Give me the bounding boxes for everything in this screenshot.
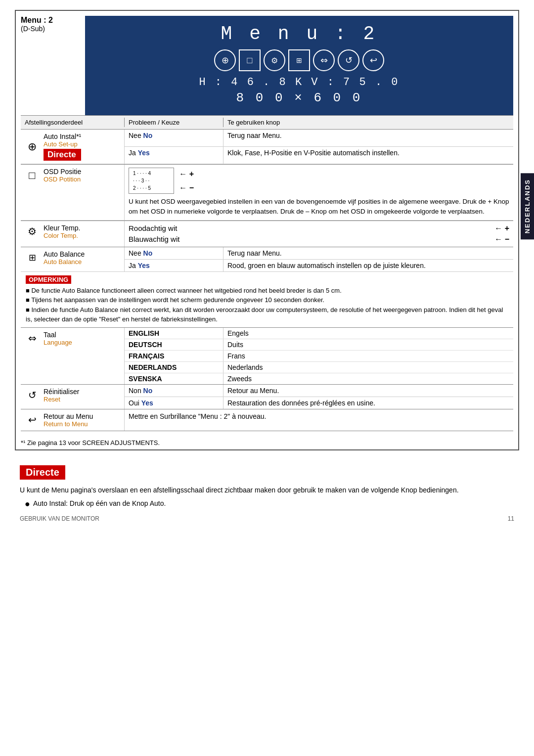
kleur-label: Kleur Temp. [44, 224, 80, 232]
blauwachtig-arrows: ← − [494, 235, 509, 244]
auto-instal-feature: ⊕ Auto Instal*¹ Auto Set-up Directe [21, 130, 125, 164]
osd-sym-icon: □ [25, 169, 40, 182]
directe-badge-1: Directe [44, 149, 81, 161]
footer-left: GEBRUIK VAN DE MONITOR [20, 515, 99, 522]
osd-positie-row: □ OSD Positie OSD Potition 1 · · · · 4 [21, 165, 513, 221]
return-sub: Return to Menu [44, 420, 93, 428]
language-row: ⇔ Taal Language ENGLISH Engels [21, 328, 513, 385]
balance-nee-desc: Terug naar Menu. [223, 247, 513, 259]
retour-label: Retour au Menu [44, 412, 93, 420]
lang-francais: FRANÇAIS [125, 351, 223, 361]
language-sub: Language [44, 339, 72, 346]
directe-paragraph: U kunt de Menu pagina's overslaan en een… [20, 485, 514, 495]
auto-instal-ja-desc: Klok, Fase, H-Positie en V-Positie autom… [223, 147, 513, 164]
icons-row: ⊕ □ ⚙ ⊞ ⇔ ↺ ↩ [95, 49, 503, 71]
lang-duits: Duits [223, 339, 513, 350]
reset-row-group: ↺ Réinitialiser Reset Non No R [21, 385, 513, 409]
language-sym-icon: ⇔ [25, 332, 40, 344]
menu-number-label: Menu : 2 [21, 16, 80, 25]
return-sym-icon: ↩ [25, 414, 40, 426]
reset-oui-desc: Restauration des données pré-réglées en … [223, 397, 513, 409]
return-row-group: ↩ Retour au Menu Return to Menu Mettre e… [21, 409, 513, 431]
lang-svenska: SVENSKA [125, 373, 223, 384]
kleur-icon: ⚙ [25, 225, 40, 237]
reset-oui: Oui Yes [125, 397, 223, 409]
blauwachtig: Blauwachtig wit [129, 235, 179, 243]
lang-zweeds: Zweeds [223, 373, 513, 384]
col-header-2: Probleem / Keuze [125, 118, 223, 127]
balance-ja: Ja Yes [125, 260, 223, 271]
auto-instal-choices: Nee No Terug naar Menu. Ja Yes Klok, Fas… [125, 130, 513, 164]
reinitialiser-label: Réinitialiser [44, 388, 79, 396]
roodachtig-arrows: ← + [494, 224, 509, 233]
reset-feature: ↺ Réinitialiser Reset [21, 385, 125, 409]
osd-label: OSD Positie [44, 168, 81, 176]
taal-label: Taal [44, 331, 72, 339]
directe-badge-bottom: Directe [20, 465, 65, 480]
roodachtig: Roodachtig wit [129, 224, 177, 232]
main-content-box: Menu : 2 (D-Sub) M e n u : 2 ⊕ □ ⚙ ⊞ ⇔ ↺… [15, 10, 519, 450]
directe-bullet-text: Auto Instal: Druk op één van de Knop Aut… [33, 499, 166, 507]
dsub-label: (D-Sub) [21, 25, 80, 33]
page-footer: GEBRUIK VAN DE MONITOR 11 [15, 513, 519, 522]
lang-nederlands: NEDERLANDS [125, 362, 223, 373]
col-headers: Afstellingsonderdeel Probleem / Keuze Te… [21, 115, 513, 130]
kleur-feature: ⚙ Kleur Temp. Color Temp. [21, 221, 125, 247]
directe-section: Directe U kunt de Menu pagina's overslaa… [15, 460, 519, 513]
reset-non-desc: Retour au Menu. [223, 385, 513, 397]
directe-bullet: ● Auto Instal: Druk op één van de Knop A… [25, 499, 514, 508]
lang-frans: Frans [223, 351, 513, 361]
return-icon: ↩ [362, 49, 384, 71]
opmerking-title: OPMERKING [26, 275, 71, 284]
col-header-3: Te gebruiken knop [223, 118, 513, 127]
header-area: Menu : 2 (D-Sub) M e n u : 2 ⊕ □ ⚙ ⊞ ⇔ ↺… [16, 11, 518, 115]
side-tab: NEDERLANDS [521, 173, 534, 239]
res-line: 8 0 0 × 6 0 0 [95, 90, 503, 105]
reset-icon: ↺ [338, 49, 359, 71]
lang-engels: Engels [223, 328, 513, 339]
osd-description: 1 · · · · 4 · · · 3 · · 2 · · · · 5 ← + [125, 165, 513, 220]
auto-instal-row: ⊕ Auto Instal*¹ Auto Set-up Directe Nee … [21, 130, 513, 165]
footnote: *¹ Zie pagina 13 voor SCREEN ADJUSTMENTS… [16, 436, 518, 449]
lang-nl: Nederlands [223, 362, 513, 373]
blue-header-box: M e n u : 2 ⊕ □ ⚙ ⊞ ⇔ ↺ ↩ H : 4 6 . 8 K … [85, 16, 513, 115]
reset-sub: Reset [44, 396, 79, 403]
kleur-sub: Color Temp. [44, 232, 80, 239]
auto-instal-ja: Ja Yes [125, 147, 223, 164]
balance-choices: Nee No Terug naar Menu. Ja Yes Rood, gro… [125, 247, 513, 271]
osd-icon: □ [239, 49, 261, 71]
auto-instal-nee: Nee No [125, 130, 223, 146]
kleur-temp-row: ⚙ Kleur Temp. Color Temp. Roodachtig wit… [21, 221, 513, 247]
opmerking-list: De functie Auto Balance functioneert all… [26, 286, 508, 324]
reset-non: Non No [125, 385, 223, 397]
position-icon: ⊕ [214, 49, 236, 71]
balance-feature: ⊞ Auto Balance Auto Balance [21, 247, 125, 271]
osd-sub: OSD Potition [44, 176, 81, 183]
opmerking-item-2: Tijdens het aanpassen van de instellinge… [26, 295, 508, 305]
opmerking-item-1: De functie Auto Balance functioneert all… [26, 286, 508, 296]
balance-ja-desc: Rood, groen en blauw automatisch instell… [223, 260, 513, 271]
opmerking-item-3: Indien de functie Auto Balance niet corr… [26, 305, 508, 324]
balance-icon: ⊞ [288, 49, 310, 71]
lang-deutsch: DEUTSCH [125, 339, 223, 350]
balance-nee: Nee No [125, 247, 223, 259]
balance-sub: Auto Balance [44, 258, 85, 266]
kleur-options: Roodachtig wit ← + Blauwachtig wit ← − [125, 221, 513, 247]
auto-instal-icon: ⊕ [25, 140, 40, 153]
col-header-1: Afstellingsonderdeel [21, 118, 125, 127]
osd-feature: □ OSD Positie OSD Potition [21, 165, 125, 220]
reset-sym-icon: ↺ [25, 389, 40, 401]
bullet-dot-icon: ● [25, 499, 30, 508]
balance-label: Auto Balance [44, 250, 85, 258]
auto-instal-nee-desc: Terug naar Menu. [223, 130, 513, 146]
balance-sym-icon: ⊞ [25, 252, 40, 263]
menu-label-left: Menu : 2 (D-Sub) [21, 16, 80, 33]
language-choices: ENGLISH Engels DEUTSCH Duits FRANÇAIS Fr… [125, 328, 513, 384]
menu-title: M e n u : 2 [95, 23, 503, 44]
reset-choices: Non No Retour au Menu. Oui Yes Restaurat… [125, 385, 513, 409]
language-icon: ⇔ [313, 49, 335, 71]
color-icon: ⚙ [264, 49, 285, 71]
return-feature: ↩ Retour au Menu Return to Menu [21, 409, 125, 431]
freq-line: H : 4 6 . 8 K V : 7 5 . 0 [95, 76, 503, 89]
auto-balance-row: ⊞ Auto Balance Auto Balance Nee No [21, 247, 513, 328]
